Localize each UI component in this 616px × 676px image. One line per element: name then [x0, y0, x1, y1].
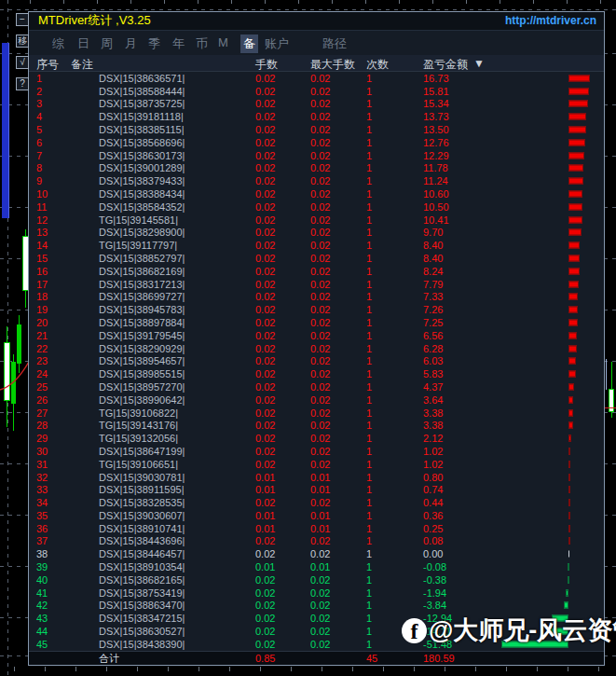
table-row[interactable]: 5DSX|15|38385115|0.020.02113.50: [29, 123, 604, 136]
row-max-lots: 0.02: [310, 420, 330, 431]
menu-item-5[interactable]: 季: [148, 35, 160, 52]
header-lots[interactable]: 手数: [255, 57, 278, 73]
menu-item-8[interactable]: M: [218, 35, 228, 49]
row-lots: 0.02: [255, 266, 275, 277]
table-row[interactable]: 39DSX|15|38910354|0.010.011-0.08: [29, 560, 604, 573]
header-note[interactable]: 备注: [71, 57, 93, 73]
table-row[interactable]: 6DSX|15|38568696|0.020.02112.76: [29, 136, 604, 149]
row-profit: 7.33: [423, 291, 443, 302]
table-row[interactable]: 21DSX|15|39179545|0.020.0216.56: [29, 329, 604, 342]
table-row[interactable]: 8DSX|15|39001289|0.020.02111.78: [29, 161, 604, 174]
row-seq: 13: [36, 227, 48, 238]
website-link[interactable]: http://mtdriver.cn: [505, 14, 596, 27]
check-button[interactable]: √: [16, 56, 29, 69]
table-row[interactable]: 11DSX|15|38584352|0.020.02110.50: [29, 200, 604, 214]
row-max-lots: 0.02: [310, 368, 330, 379]
table-row[interactable]: 42DSX|15|38863470|0.020.021-3.84: [29, 600, 604, 613]
minimize-button[interactable]: −: [16, 13, 29, 26]
table-row[interactable]: 18DSX|15|38699727|0.020.0217.33: [29, 290, 604, 303]
table-row[interactable]: 31TG|15|39106651|0.020.0211.02: [29, 458, 604, 471]
table-row[interactable]: 7DSX|15|38630173|0.020.02112.29: [29, 149, 604, 162]
chart-axis-tick: [198, 0, 198, 4]
table-row[interactable]: 43DSX|15|38347215|0.020.021-12.94: [29, 612, 604, 625]
menu-item-6[interactable]: 年: [172, 35, 185, 52]
menu-item-2[interactable]: 日: [77, 35, 89, 52]
row-lots: 0.02: [255, 600, 275, 611]
profit-bar: [568, 538, 570, 545]
table-header: 序号 备注 手数 最大手数 次数 盈亏金额 ▼: [29, 55, 604, 72]
table-row[interactable]: 9DSX|15|38379433|0.020.02111.24: [29, 174, 604, 187]
header-profit[interactable]: 盈亏金额: [423, 57, 468, 73]
row-count: 1: [366, 304, 372, 315]
header-max-lots[interactable]: 最大手数: [310, 57, 355, 73]
table-row[interactable]: 13DSX|15|38298900|0.020.0219.70: [29, 226, 604, 239]
table-row[interactable]: 22DSX|15|38290929|0.020.0216.28: [29, 342, 604, 355]
move-button[interactable]: 移: [16, 34, 29, 48]
chart-axis-tick: [445, 667, 445, 671]
menu-item-1[interactable]: 综: [52, 35, 64, 52]
row-profit: 1.02: [423, 446, 443, 457]
table-row[interactable]: 25DSX|15|38957270|0.020.0214.37: [29, 380, 604, 393]
table-row[interactable]: 28TG|15|39143176|0.020.0213.38: [29, 419, 604, 432]
row-count: 1: [366, 446, 372, 457]
row-count: 1: [366, 420, 372, 431]
table-row[interactable]: 1DSX|15|38636571|0.020.02116.73: [29, 72, 604, 85]
table-row[interactable]: 26DSX|15|38990642|0.020.0213.64: [29, 393, 604, 407]
table-row[interactable]: 27TG|15|39106822|0.020.0213.38: [29, 407, 604, 420]
title-bar[interactable]: MTDriver统计 ,V3.25 http://mtdriver.cn: [29, 12, 604, 31]
row-profit: 13.50: [423, 124, 449, 135]
table-row[interactable]: 32DSX|15|39030781|0.010.0110.80: [29, 471, 604, 484]
table-row[interactable]: 14TG|15|39117797|0.020.0218.40: [29, 239, 604, 252]
table-row[interactable]: 12TG|15|39145581|0.020.02110.41: [29, 214, 604, 227]
table-row[interactable]: 29TG|15|39132056|0.020.0212.12: [29, 432, 604, 445]
row-lots: 0.02: [255, 188, 275, 200]
table-row[interactable]: 41DSX|15|38753419|0.020.021-1.94: [29, 586, 604, 600]
table-row[interactable]: 44DSX|15|38630527|0.020.021-14.11: [29, 625, 604, 638]
header-seq[interactable]: 序号: [36, 57, 59, 73]
profit-bar: [568, 358, 576, 365]
row-seq: 19: [36, 304, 48, 315]
table-row[interactable]: 37DSX|15|38443696|0.020.0210.08: [29, 535, 604, 548]
profit-bar: [568, 216, 582, 223]
row-count: 1: [366, 188, 372, 200]
table-row[interactable]: 30DSX|15|38647199|0.020.0211.02: [29, 445, 604, 458]
row-lots: 0.02: [255, 73, 275, 84]
table-row[interactable]: 19DSX|15|38945783|0.020.0217.26: [29, 303, 604, 316]
profit-bar: [568, 242, 580, 249]
sort-desc-icon[interactable]: ▼: [473, 57, 485, 70]
table-row[interactable]: 35DSX|15|39030607|0.010.0110.36: [29, 509, 604, 522]
row-note: DSX|15|38910741|: [99, 523, 185, 534]
chart-axis-tick: [63, 0, 64, 4]
row-note: DSX|15|38388434|: [99, 188, 185, 200]
help-button[interactable]: ?: [16, 77, 29, 90]
chart-axis-tick: [533, 0, 534, 4]
table-row[interactable]: 23DSX|15|38954657|0.020.0216.03: [29, 354, 604, 367]
table-row[interactable]: 2DSX|15|38588444|0.020.02115.81: [29, 85, 604, 98]
row-count: 1: [366, 111, 372, 122]
menu-item-7[interactable]: 币: [196, 35, 208, 52]
table-row[interactable]: 3DSX|15|38735725|0.020.02115.34: [29, 98, 604, 111]
row-seq: 45: [36, 639, 48, 650]
menu-item-4[interactable]: 月: [125, 35, 137, 52]
table-row[interactable]: 15DSX|15|38852797|0.020.0218.40: [29, 252, 604, 265]
table-row[interactable]: 4DSX|15|39181118|0.020.02113.73: [29, 110, 604, 123]
table-row[interactable]: 45DSX|15|38438390|0.020.021-51.48: [29, 638, 604, 651]
header-count[interactable]: 次数: [366, 57, 389, 73]
row-note: DSX|15|38735725|: [99, 98, 185, 109]
table-row[interactable]: 38DSX|15|38446457|0.020.0210.00: [29, 547, 604, 560]
table-row[interactable]: 36DSX|15|38910741|0.010.0110.25: [29, 522, 604, 535]
profit-bar: [568, 487, 570, 493]
table-row[interactable]: 10DSX|15|38388434|0.020.02110.60: [29, 187, 604, 200]
table-row[interactable]: 24DSX|15|38985515|0.020.0215.83: [29, 367, 604, 380]
menu-item-10[interactable]: 账户: [265, 35, 289, 52]
table-row[interactable]: 33DSX|15|38911595|0.010.0110.74: [29, 483, 604, 496]
table-row[interactable]: 20DSX|15|38897884|0.020.0217.25: [29, 316, 604, 329]
table-row[interactable]: 40DSX|15|38682165|0.020.021-0.38: [29, 573, 604, 586]
table-row[interactable]: 34DSX|15|38328535|0.020.0210.44: [29, 496, 604, 509]
row-max-lots: 0.02: [310, 162, 330, 173]
menu-item-9[interactable]: 备: [240, 34, 258, 53]
table-row[interactable]: 17DSX|15|38317213|0.020.0217.79: [29, 278, 604, 291]
table-row[interactable]: 16DSX|15|38682169|0.020.0218.24: [29, 265, 604, 278]
menu-item-11[interactable]: 路径: [322, 35, 347, 52]
menu-item-3[interactable]: 周: [101, 35, 113, 52]
